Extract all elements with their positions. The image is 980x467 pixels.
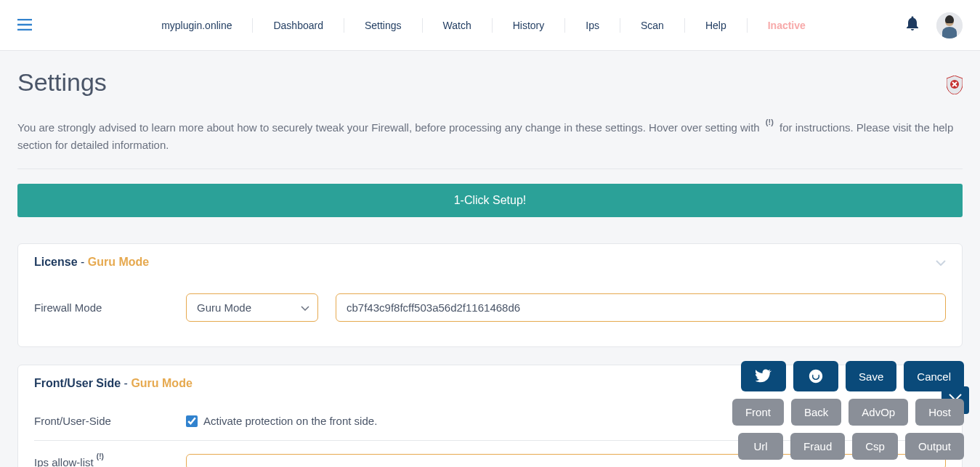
activate-front-checkbox[interactable]: [186, 415, 198, 427]
ips-allow-text: Ips allow-list: [34, 456, 94, 467]
nav-watch[interactable]: Watch: [423, 18, 493, 33]
license-panel: License - Guru Mode Firewall Mode Guru M…: [17, 243, 963, 347]
action-row-1: Save Cancel: [741, 361, 964, 391]
ips-allow-sup: (!): [97, 452, 104, 460]
nav-dashboard[interactable]: Dashboard: [253, 18, 344, 33]
csp-button[interactable]: Csp: [852, 433, 898, 460]
page-header: Settings: [17, 68, 963, 97]
divider: [17, 168, 963, 169]
front-title-text: Front/User Side: [34, 377, 121, 389]
action-row-2: Front Back AdvOp Host: [732, 399, 964, 426]
nav-help[interactable]: Help: [685, 18, 748, 33]
bell-icon[interactable]: [906, 16, 919, 34]
activate-checkbox-row: Activate protection on the front side.: [186, 415, 377, 427]
advop-button[interactable]: AdvOp: [849, 399, 908, 426]
cancel-button[interactable]: Cancel: [904, 361, 964, 391]
hamburger-menu-icon[interactable]: [17, 16, 32, 35]
license-key-input[interactable]: [336, 293, 946, 322]
firewall-mode-row: Firewall Mode Guru Mode: [34, 286, 946, 329]
save-button[interactable]: Save: [846, 361, 896, 391]
license-panel-body: Firewall Mode Guru Mode: [18, 280, 962, 346]
host-button[interactable]: Host: [915, 399, 964, 426]
nav-inactive-status: Inactive: [748, 18, 826, 33]
topbar: myplugin.online Dashboard Settings Watch…: [0, 0, 980, 51]
nav-settings[interactable]: Settings: [344, 18, 423, 33]
nav-scan[interactable]: Scan: [620, 18, 685, 33]
nav-ips[interactable]: Ips: [565, 18, 620, 33]
floating-action-panel: Save Cancel Front Back AdvOp Host Url Fr…: [732, 361, 964, 460]
firewall-mode-label: Firewall Mode: [34, 301, 169, 314]
intro-sup: (!): [763, 118, 777, 126]
avatar[interactable]: [936, 12, 963, 38]
license-panel-title: License - Guru Mode: [34, 256, 149, 269]
nav-center: myplugin.online Dashboard Settings Watch…: [61, 18, 906, 33]
front-side-label: Front/User-Side: [34, 415, 169, 427]
front-button[interactable]: Front: [732, 399, 784, 426]
page-title: Settings: [17, 68, 107, 97]
action-row-3: Url Fraud Csp Output: [738, 433, 964, 460]
bird-icon-button[interactable]: [741, 361, 786, 391]
output-button[interactable]: Output: [905, 433, 964, 460]
license-mode-badge: Guru Mode: [88, 256, 149, 268]
fraud-button[interactable]: Fraud: [790, 433, 845, 460]
front-mode-badge: Guru Mode: [131, 377, 192, 389]
chevron-down-icon: [936, 256, 946, 268]
front-panel-title: Front/User Side - Guru Mode: [34, 377, 193, 390]
topbar-right: [906, 12, 963, 38]
back-button[interactable]: Back: [791, 399, 841, 426]
intro-text: You are strongly advised to learn more a…: [17, 119, 963, 154]
license-title-text: License: [34, 256, 78, 268]
activate-front-label: Activate protection on the front side.: [203, 415, 377, 427]
dragon-icon-button[interactable]: [793, 361, 838, 391]
firewall-mode-select-wrap: Guru Mode: [186, 293, 318, 322]
ips-allow-label: Ips allow-list (!): [34, 455, 169, 467]
license-panel-header[interactable]: License - Guru Mode: [18, 244, 962, 280]
nav-history[interactable]: History: [493, 18, 566, 33]
intro-before: You are strongly advised to learn more a…: [17, 121, 763, 134]
url-button[interactable]: Url: [738, 433, 783, 460]
firewall-mode-select[interactable]: Guru Mode: [186, 293, 318, 322]
nav-site[interactable]: myplugin.online: [141, 18, 253, 33]
one-click-setup-button[interactable]: 1-Click Setup!: [17, 184, 963, 217]
shield-error-icon[interactable]: [947, 76, 963, 97]
